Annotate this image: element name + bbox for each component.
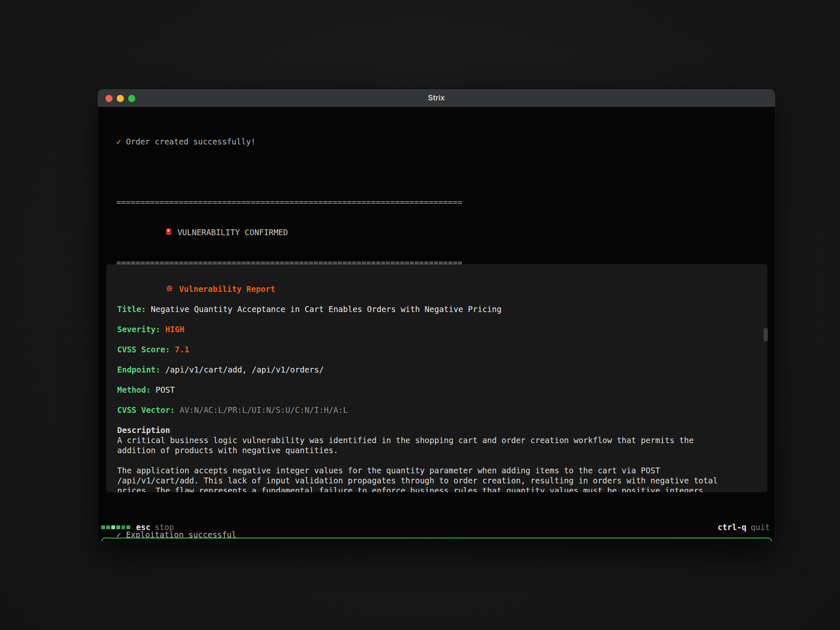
window-controls [105, 89, 135, 107]
command-input[interactable]: > [101, 538, 772, 541]
description-text-line: The application accepts negative integer… [117, 465, 767, 475]
report-field-severity: Severity: HIGH [117, 324, 767, 334]
scrollbar-thumb[interactable] [764, 328, 768, 341]
report-heading: Vulnerability Report [179, 284, 275, 294]
zoom-button[interactable] [128, 95, 135, 102]
ctrl-q-key-hint: ctrl-q [718, 522, 747, 532]
order-success-line: ✓ Order created successfully! [116, 136, 462, 147]
app-window: Strix ✓ Order created successfully! ====… [98, 89, 775, 541]
report-heading-row: Vulnerability Report [117, 284, 767, 294]
report-field-endpoint: Endpoint: /api/v1/cart/add, /api/v1/orde… [117, 365, 767, 375]
cvss-score-value: 7.1 [175, 345, 189, 354]
title-bar[interactable]: Strix [98, 89, 775, 107]
description-text-line: A critical business logic vulnerability … [117, 435, 767, 445]
vulnerability-report-panel: Vulnerability Report Title: Negative Qua… [106, 264, 767, 492]
quit-hint: ctrl-q quit [718, 522, 770, 532]
description-heading: Description [117, 425, 767, 435]
ladybug-icon [117, 273, 174, 304]
vulnerability-confirmed-line: VULNERABILITY CONFIRMED [116, 227, 462, 237]
report-field-method: Method: POST [117, 385, 767, 395]
spinner-icon [101, 525, 130, 529]
esc-key-hint: esc [136, 522, 150, 532]
esc-action-label: stop [155, 522, 174, 532]
close-button[interactable] [105, 95, 113, 102]
severity-badge: HIGH [165, 325, 184, 334]
terminal-content: ✓ Order created successfully! ==========… [98, 108, 775, 541]
window-title: Strix [428, 94, 445, 102]
report-field-title: Title: Negative Quantity Acceptance in C… [117, 304, 767, 314]
report-field-cvss-vector: CVSS Vector: AV:N/AC:L/PR:L/UI:N/S:U/C:N… [117, 405, 767, 415]
separator-line: ========================================… [116, 197, 462, 207]
description-text-line: prices. The flaw represents a fundamenta… [117, 486, 767, 492]
minimize-button[interactable] [117, 95, 124, 102]
vulnerability-confirmed-text: VULNERABILITY CONFIRMED [177, 227, 288, 237]
description-text-line: /api/v1/cart/add. This lack of input val… [117, 475, 767, 486]
status-bar: esc stop ctrl-q quit [101, 522, 770, 533]
quit-action-label: quit [751, 522, 770, 532]
description-text-line: addition of products with negative quant… [117, 445, 767, 455]
firecracker-icon [116, 217, 173, 248]
report-field-cvss-score: CVSS Score: 7.1 [117, 344, 767, 354]
